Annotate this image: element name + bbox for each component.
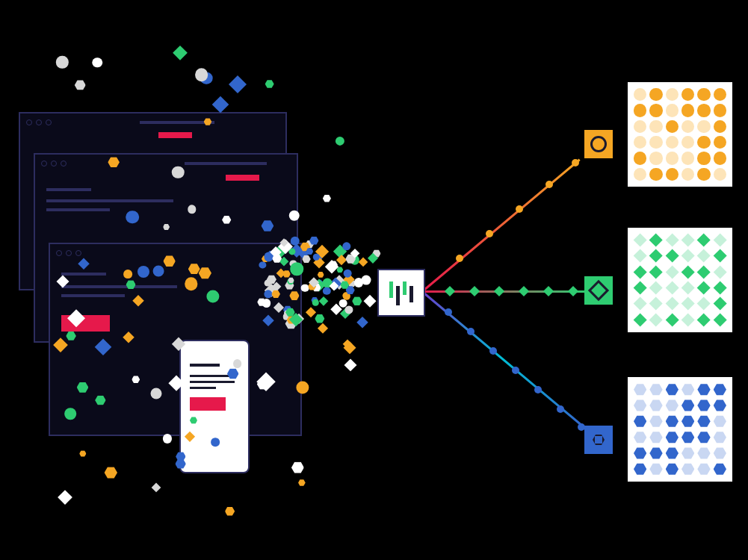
grid-cell (713, 313, 726, 326)
path-marker (557, 405, 564, 413)
particle (312, 299, 319, 306)
grid-cell (713, 249, 726, 263)
particle (345, 305, 353, 314)
grid-cell (714, 431, 726, 444)
particle (352, 296, 362, 306)
grid-cell (714, 168, 726, 181)
grid-cell (681, 120, 694, 133)
grid-cell (681, 88, 694, 101)
grid-cell (634, 136, 646, 149)
grid-cell (634, 431, 646, 444)
particle (306, 307, 316, 317)
particle (315, 314, 324, 323)
grid-cell (697, 313, 711, 326)
particle (325, 260, 339, 273)
accent-button (158, 132, 192, 138)
grid-cell (681, 249, 694, 263)
grid-cell (713, 297, 726, 311)
accent-button (190, 397, 226, 411)
grid-cell (681, 447, 694, 459)
grid-cell (697, 297, 711, 311)
path-marker (516, 205, 523, 213)
grid-cell (713, 233, 726, 246)
grid-cell (649, 415, 662, 428)
grid-cell (714, 152, 726, 164)
particle (225, 506, 235, 516)
grid-cell (649, 233, 663, 246)
grid-cell (666, 88, 679, 101)
particle (262, 299, 271, 308)
grid-cell (681, 297, 694, 311)
particle (289, 211, 300, 222)
data-grid-blue (628, 377, 732, 482)
grid-cell (681, 399, 694, 411)
grid-cell (634, 415, 646, 428)
path-marker (512, 367, 519, 374)
particle (318, 323, 329, 335)
grid-cell (634, 447, 646, 459)
particle (163, 434, 172, 443)
particle (265, 280, 271, 287)
grid-cell (666, 136, 679, 149)
grid-cell (649, 120, 662, 133)
particle (354, 278, 363, 287)
grid-cell (697, 136, 710, 149)
particle (211, 96, 229, 113)
particle (291, 263, 304, 276)
particle (56, 56, 68, 68)
grid-cell (666, 104, 679, 116)
particle (211, 438, 220, 447)
particle (318, 271, 324, 278)
grid-cell (665, 249, 679, 263)
particle (152, 483, 161, 493)
grid-cell (666, 399, 679, 411)
grid-cell (665, 313, 679, 326)
grid-cell (633, 249, 646, 263)
output-node-green (584, 276, 613, 305)
particle (150, 388, 161, 399)
path-marker (445, 308, 452, 316)
grid-cell (666, 120, 679, 133)
particle (195, 69, 208, 82)
grid-cell (697, 463, 710, 476)
grid-cell (666, 152, 679, 164)
grid-cell (666, 431, 679, 444)
path-marker (545, 181, 553, 188)
grid-cell (649, 265, 663, 279)
grid-cell (665, 297, 679, 311)
window-controls-icon (56, 250, 81, 256)
grid-cell (649, 168, 662, 181)
grid-cell (697, 104, 710, 116)
bars-icon (388, 283, 415, 302)
particle (229, 75, 247, 93)
grid-cell (714, 447, 726, 459)
grid-cell (634, 168, 646, 181)
particle (75, 79, 86, 90)
path-marker (568, 286, 578, 296)
particle (105, 466, 117, 479)
grid-cell (714, 104, 726, 116)
path-marker (572, 159, 579, 167)
grid-cell (713, 265, 726, 279)
path-marker (543, 286, 554, 296)
output-node-blue (584, 426, 613, 454)
grid-cell (649, 447, 662, 459)
grid-cell (697, 120, 710, 133)
grid-cell (697, 168, 710, 181)
path-marker (467, 328, 475, 335)
grid-cell (633, 281, 646, 294)
grid-cell (634, 152, 646, 164)
grid-cell (681, 281, 694, 294)
path-marker (534, 386, 542, 393)
particle (344, 358, 356, 371)
path-marker (469, 286, 480, 296)
particle (342, 242, 350, 250)
grid-cell (649, 463, 662, 476)
grid-cell (714, 136, 726, 149)
grid-cell (697, 399, 710, 411)
path-marker (489, 347, 497, 355)
particle (356, 317, 368, 329)
path-marker (445, 286, 455, 296)
grid-cell (649, 88, 662, 101)
output-node-orange (584, 130, 613, 158)
